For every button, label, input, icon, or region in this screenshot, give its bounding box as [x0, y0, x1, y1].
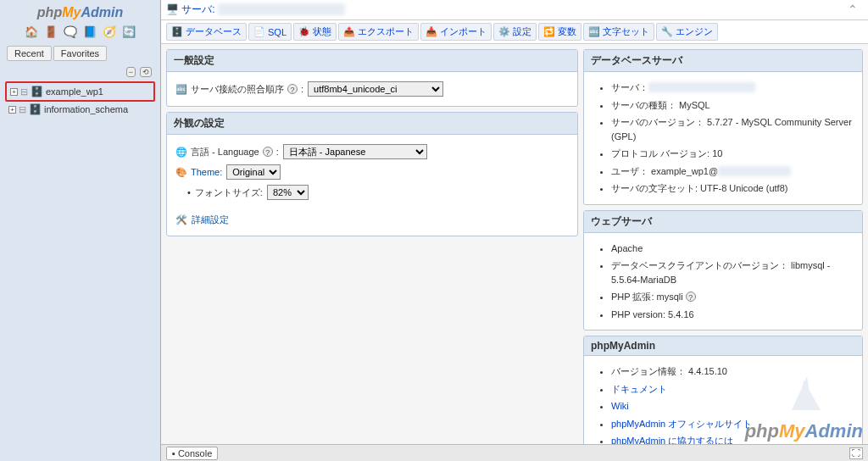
tab-export[interactable]: 📤エクスポート	[338, 23, 419, 41]
info-apache: Apache	[611, 240, 854, 258]
tab-icon: 🔁	[543, 26, 555, 37]
language-select[interactable]: 日本語 - Japanese	[283, 144, 427, 159]
database-tree: + ⊟ 🗄️ example_wp1 + ⊟ 🗄️ information_sc…	[0, 78, 160, 120]
collation-icon: 🔤	[175, 84, 187, 95]
tab-icon: 📥	[426, 26, 437, 37]
tab-label: SQL	[268, 27, 287, 37]
redacted: x	[648, 82, 755, 92]
panel-title: ウェブサーバ	[584, 211, 862, 233]
tab-label: 状態	[313, 25, 331, 38]
sidebar-toolbar: 🏠 🚪 🗨️ 📘 🧭 🔄	[0, 22, 160, 42]
tab-label: エクスポート	[358, 25, 414, 38]
tab-icon: 📤	[343, 26, 355, 37]
fontsize-label: フォントサイズ:	[195, 186, 263, 199]
link-wiki[interactable]: Wiki	[611, 401, 629, 411]
tab-status[interactable]: 🐞状態	[293, 23, 337, 41]
tab-charsets[interactable]: 🔤文字セット	[583, 23, 654, 41]
link-documentation[interactable]: ドキュメント	[611, 384, 667, 394]
info-pma-version: バージョン情報： 4.4.15.10	[611, 363, 854, 380]
panel-general-settings: 一般設定 🔤 サーバ接続の照合順序 ?: utf8mb4_unicode_ci	[166, 49, 578, 107]
theme-icon: 🎨	[175, 167, 187, 178]
db-item-information-schema[interactable]: + ⊟ 🗄️ information_schema	[5, 102, 155, 117]
tree-branch-icon: ⊟	[20, 86, 28, 97]
reload-icon[interactable]: 🔄	[121, 25, 136, 39]
tab-icon: 🔤	[588, 26, 600, 37]
language-icon: 🌐	[175, 147, 187, 158]
theme-select[interactable]: Original	[226, 164, 281, 180]
favorites-tab[interactable]: Favorites	[53, 46, 107, 61]
tab-label: インポート	[440, 25, 487, 38]
tab-databases[interactable]: 🗄️データベース	[166, 23, 247, 41]
tab-label: エンジン	[676, 25, 713, 38]
tab-sql[interactable]: 📄SQL	[248, 23, 292, 41]
sql-icon[interactable]: 🗨️	[63, 25, 78, 39]
main-content: 🖥️ サーバ: xxxxx ⌃ 🗄️データベース📄SQL🐞状態📤エクスポート📥イ…	[161, 0, 868, 461]
close-icon[interactable]: ⌃	[848, 3, 863, 16]
tab-import[interactable]: 📥インポート	[420, 23, 492, 41]
db-item-example-wp1[interactable]: + ⊟ 🗄️ example_wp1	[5, 81, 155, 102]
console-toggle[interactable]: ▪ Console	[166, 447, 218, 460]
collation-select[interactable]: utf8mb4_unicode_ci	[308, 81, 443, 97]
tab-icon: 🗄️	[171, 26, 183, 37]
redacted: x	[718, 166, 791, 176]
navigation-sidebar: phpMyAdmin 🏠 🚪 🗨️ 📘 🧭 🔄 Recent Favorites…	[0, 0, 161, 461]
panel-appearance-settings: 外観の設定 🌐 言語 - Language ?: 日本語 - Japanese	[166, 112, 578, 236]
breadcrumb: 🖥️ サーバ: xxxxx ⌃	[161, 0, 868, 20]
info-server-version: サーバのバージョン： 5.7.27 - MySQL Community Serv…	[611, 114, 854, 145]
tree-branch-icon: ⊟	[19, 104, 26, 115]
recent-tab[interactable]: Recent	[7, 46, 52, 61]
logout-icon[interactable]: 🚪	[43, 25, 58, 39]
theme-label[interactable]: Theme:	[191, 167, 222, 177]
info-charset: サーバの文字セット: UTF-8 Unicode (utf8)	[611, 180, 854, 197]
panel-title: データベースサーバ	[584, 50, 862, 72]
tab-label: 変数	[558, 25, 576, 38]
link-icon[interactable]: ⟲	[140, 67, 152, 77]
help-icon[interactable]: ?	[686, 292, 696, 302]
panel-phpmyadmin: phpMyAdmin バージョン情報： 4.4.15.10 ドキュメント Wik…	[583, 336, 863, 461]
info-server: サーバ：x	[611, 79, 854, 97]
info-user: ユーザ： example_wp1@x	[611, 163, 854, 181]
expand-icon[interactable]: +	[8, 106, 16, 114]
navi-icon[interactable]: 🧭	[102, 25, 117, 39]
fontsize-select[interactable]: 82%	[267, 185, 309, 200]
server-link[interactable]: サーバ:	[181, 3, 214, 15]
tab-icon: 🐞	[298, 26, 310, 37]
panel-title: phpMyAdmin	[584, 336, 862, 356]
db-label: example_wp1	[46, 86, 103, 97]
panel-database-server: データベースサーバ サーバ：x サーバの種類： MySQL サーバのバージョン：…	[583, 49, 863, 205]
fullscreen-icon[interactable]: ⛶	[849, 447, 863, 459]
docs-icon[interactable]: 📘	[82, 25, 97, 39]
server-icon: 🖥️	[166, 3, 179, 15]
info-php-ext: PHP 拡張: mysqli ?	[611, 288, 854, 306]
more-settings-link[interactable]: 詳細設定	[192, 214, 229, 226]
database-icon: 🗄️	[29, 103, 42, 115]
home-icon[interactable]: 🏠	[24, 25, 39, 39]
tab-label: 文字セット	[603, 25, 649, 38]
panel-title: 一般設定	[167, 50, 577, 72]
help-icon[interactable]: ?	[287, 84, 298, 94]
language-label: 言語 - Language	[191, 146, 259, 158]
tab-settings[interactable]: ⚙️設定	[493, 23, 537, 41]
link-official[interactable]: phpMyAdmin オフィシャルサイト	[611, 419, 752, 429]
info-server-type: サーバの種類： MySQL	[611, 97, 854, 114]
server-name-redacted: xxxxx	[218, 3, 345, 15]
help-icon[interactable]: ?	[263, 147, 273, 157]
tab-label: 設定	[513, 25, 531, 38]
tab-variables[interactable]: 🔁変数	[538, 23, 581, 41]
tab-icon: 🔧	[661, 26, 673, 37]
app-logo: phpMyAdmin	[0, 0, 160, 22]
expand-icon[interactable]: +	[10, 88, 18, 96]
console-label: Console	[178, 448, 212, 458]
console-bar: ▪ Console ⛶	[161, 444, 868, 461]
database-icon: 🗄️	[31, 86, 43, 97]
top-tabs: 🗄️データベース📄SQL🐞状態📤エクスポート📥インポート⚙️設定🔁変数🔤文字セッ…	[161, 20, 868, 44]
tab-label: データベース	[186, 25, 242, 38]
collapse-all-icon[interactable]: −	[126, 67, 136, 77]
tab-engines[interactable]: 🔧エンジン	[656, 23, 718, 41]
info-protocol: プロトコル バージョン: 10	[611, 145, 854, 163]
collation-label: サーバ接続の照合順序	[191, 83, 284, 96]
panel-web-server: ウェブサーバ Apache データベースクライアントのバージョン： libmys…	[583, 210, 863, 331]
chevron-up-icon: ▪	[172, 448, 175, 458]
info-php-version: PHP version: 5.4.16	[611, 306, 854, 324]
panel-title: 外観の設定	[167, 113, 577, 135]
